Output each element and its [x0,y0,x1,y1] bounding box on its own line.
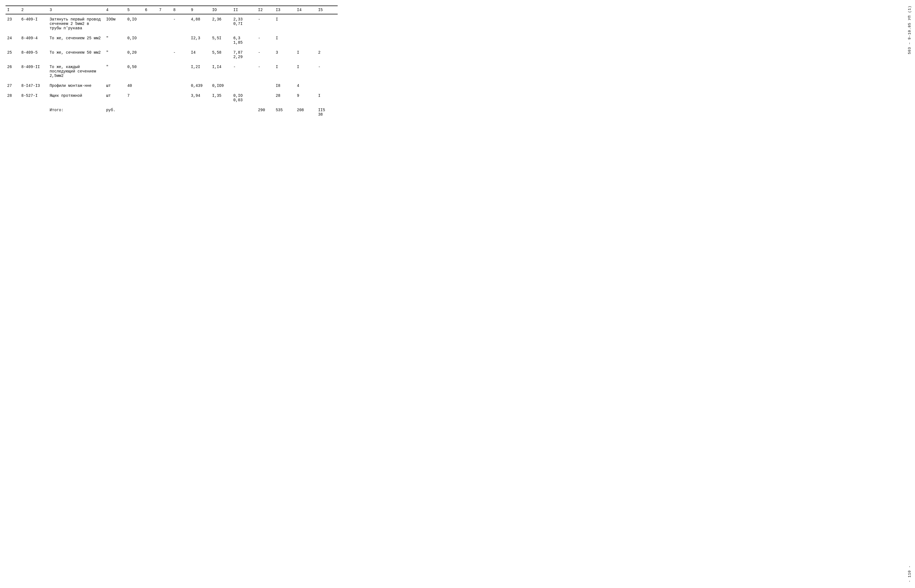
cell-1-12: - [256,14,274,33]
cell-2-9: I2,3 [189,33,211,48]
col-header-5: 5 [126,6,143,14]
cell-7-15: II538 [316,105,338,120]
cell-1-11: 2,330,7I [232,14,256,33]
cell-7-4: руб. [104,105,126,120]
cell-3-9: I4 [189,48,211,62]
cell-1-14 [295,14,317,33]
cell-6-14: 9 [295,91,317,105]
cell-5-11 [232,81,256,91]
cell-4-9: I,2I [189,62,211,81]
cell-7-8 [172,105,189,120]
col-header-11: II [232,6,256,14]
cell-4-5: 0,50 [126,62,143,81]
cell-2-10: 5,5I [211,33,232,48]
cell-2-15 [316,33,338,48]
cell-3-8: - [172,48,189,62]
cell-1-2: 6-409-I [19,14,48,33]
cell-1-3: Затянуть первый провод сечением 2 5мм2 в… [48,14,104,33]
cell-7-1 [5,105,19,120]
cell-3-6 [143,48,157,62]
cell-1-7 [157,14,172,33]
cell-2-7 [157,33,172,48]
col-header-3: 3 [48,6,104,14]
cell-7-11 [232,105,256,120]
side-labels-area: 503 – 9-10.85 УП (1) - 110 - [904,0,915,125]
cell-4-1: 26 [5,62,19,81]
cell-1-15 [316,14,338,33]
cell-3-11: 7,872,29 [232,48,256,62]
cell-7-10 [211,105,232,120]
cell-6-1: 28 [5,91,19,105]
cell-3-5: 0,20 [126,48,143,62]
cell-6-12 [256,91,274,105]
page-container: I 2 3 4 5 6 7 8 9 IO II I2 I3 I4 I5 236-… [5,5,338,120]
cell-2-2: 8-409-4 [19,33,48,48]
cell-5-8 [172,81,189,91]
cell-3-12: - [256,48,274,62]
cell-1-8: - [172,14,189,33]
cell-4-3: То же, каждый последующий сечением 2,5мм… [48,62,104,81]
cell-6-7 [157,91,172,105]
cell-3-4: " [104,48,126,62]
cell-6-8 [172,91,189,105]
cell-6-2: 8-527-I [19,91,48,105]
side-label-top: 503 – 9-10.85 УП (1) [907,5,912,54]
cell-4-11: - [232,62,256,81]
cell-1-10: 2,36 [211,14,232,33]
cell-2-13: I [274,33,295,48]
cell-4-6 [143,62,157,81]
cell-6-11: 0,IO0,03 [232,91,256,105]
cell-4-10: I,I4 [211,62,232,81]
cell-4-8 [172,62,189,81]
cell-6-13: 28 [274,91,295,105]
cell-4-12: - [256,62,274,81]
col-header-6: 6 [143,6,157,14]
col-header-7: 7 [157,6,172,14]
cell-4-13: I [274,62,295,81]
main-table: I 2 3 4 5 6 7 8 9 IO II I2 I3 I4 I5 236-… [5,5,338,120]
cell-6-15: I [316,91,338,105]
cell-5-9: 0,439 [189,81,211,91]
cell-3-13: 3 [274,48,295,62]
table-row: 248-409-4То же, сечением 25 мм2"0,IOI2,3… [5,33,338,48]
cell-6-3: Ящик протяжной [48,91,104,105]
cell-1-13: I [274,14,295,33]
cell-2-4: " [104,33,126,48]
cell-2-14 [295,33,317,48]
cell-6-5: 7 [126,91,143,105]
cell-1-4: IOOм [104,14,126,33]
cell-2-1: 24 [5,33,19,48]
cell-1-5: 0,IO [126,14,143,33]
cell-7-2 [19,105,48,120]
cell-4-2: 8-409-II [19,62,48,81]
cell-2-5: 0,IO [126,33,143,48]
cell-5-7 [157,81,172,91]
cell-7-14: 208 [295,105,317,120]
col-header-14: I4 [295,6,317,14]
cell-5-4: шт [104,81,126,91]
table-row: Итого:руб.290535208II538 [5,105,338,120]
col-header-13: I3 [274,6,295,14]
cell-5-12 [256,81,274,91]
table-header-row: I 2 3 4 5 6 7 8 9 IO II I2 I3 I4 I5 [5,6,338,14]
cell-3-10: 5,58 [211,48,232,62]
cell-6-9: 3,94 [189,91,211,105]
col-header-1: I [5,6,19,14]
cell-7-13: 535 [274,105,295,120]
cell-5-2: 8-I47-I3 [19,81,48,91]
cell-6-4: шт [104,91,126,105]
col-header-8: 8 [172,6,189,14]
cell-5-10: 0,IO9 [211,81,232,91]
cell-6-6 [143,91,157,105]
cell-2-8 [172,33,189,48]
cell-5-3: Профили монтаж-нне [48,81,104,91]
cell-5-6 [143,81,157,91]
cell-7-9 [189,105,211,120]
cell-5-14: 4 [295,81,317,91]
cell-2-3: То же, сечением 25 мм2 [48,33,104,48]
cell-5-1: 27 [5,81,19,91]
cell-4-7 [157,62,172,81]
cell-4-4: " [104,62,126,81]
cell-1-6 [143,14,157,33]
cell-4-15: - [316,62,338,81]
